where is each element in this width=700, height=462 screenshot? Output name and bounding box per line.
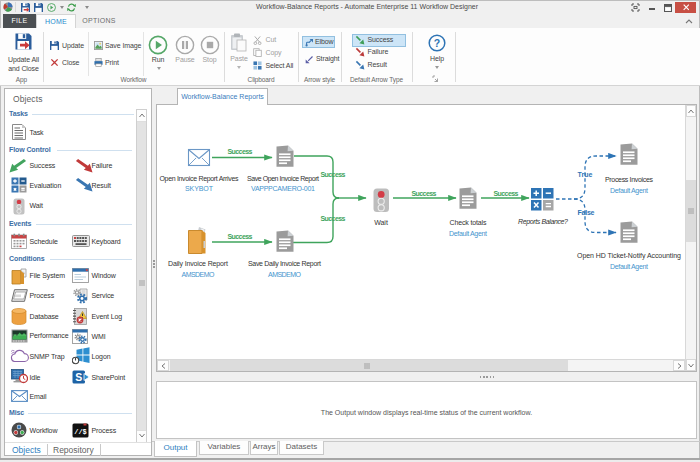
svg-text:Success: Success xyxy=(228,233,253,240)
svg-text:Default Agent: Default Agent xyxy=(610,263,648,271)
svg-text://$: //$ xyxy=(74,427,87,435)
svg-text:Open HD Ticket-Notify Accounti: Open HD Ticket-Notify Accounting xyxy=(577,252,681,260)
svg-text:Success: Success xyxy=(321,215,346,222)
svg-text:Open Invoice Report Arrives: Open Invoice Report Arrives xyxy=(160,175,240,183)
svg-text:SKYBOT: SKYBOT xyxy=(185,185,214,192)
svg-text:VAPPPCAMERO-001: VAPPPCAMERO-001 xyxy=(251,185,315,192)
svg-text:S: S xyxy=(75,371,82,383)
svg-text:?: ? xyxy=(434,37,440,49)
svg-text:Save Daily Invoice Report: Save Daily Invoice Report xyxy=(248,260,321,268)
svg-text:Success: Success xyxy=(494,190,519,197)
svg-text:Check totals: Check totals xyxy=(450,219,488,226)
svg-text:True: True xyxy=(578,171,593,178)
svg-text:Reports Balance?: Reports Balance? xyxy=(518,218,568,226)
svg-text:Success: Success xyxy=(412,190,437,197)
svg-text:Default Agent: Default Agent xyxy=(610,187,648,195)
svg-text:Default Agent: Default Agent xyxy=(449,230,487,238)
svg-text:Save Open Invoice Report: Save Open Invoice Report xyxy=(247,175,319,183)
svg-text:False: False xyxy=(578,209,595,216)
svg-text:Process Invoices: Process Invoices xyxy=(605,176,654,183)
svg-text:Success: Success xyxy=(321,171,346,178)
svg-text:AMSDEMO: AMSDEMO xyxy=(268,271,302,278)
svg-text:AMSDEMO: AMSDEMO xyxy=(182,271,216,278)
svg-text:Wait: Wait xyxy=(374,219,388,226)
svg-text:Daily Invoice Report: Daily Invoice Report xyxy=(168,260,228,268)
svg-text:Success: Success xyxy=(228,148,253,155)
